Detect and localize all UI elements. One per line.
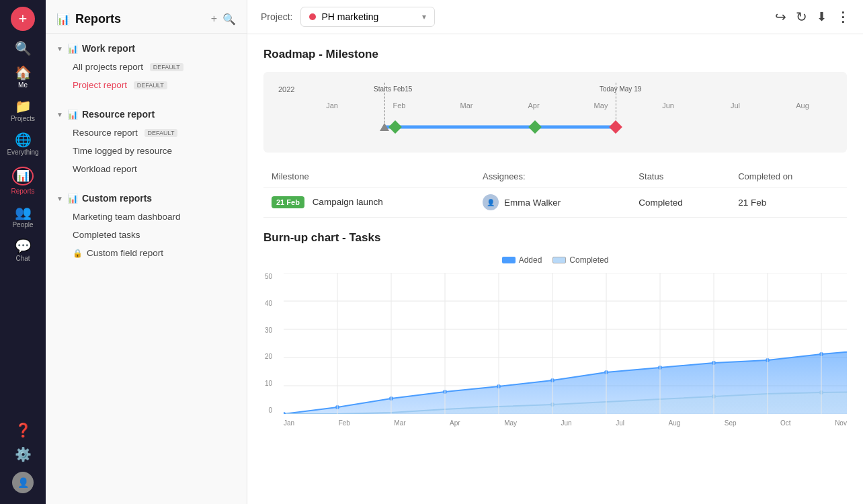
month-feb: Feb	[366, 101, 433, 110]
work-report-section: ▼ 📊 Work report All projects report DEFA…	[46, 34, 247, 99]
share-button[interactable]: ↪	[775, 9, 786, 25]
sidebar-actions: + 🔍	[211, 13, 236, 26]
milestone-table: Milestone Assignees: Status Completed on…	[263, 166, 847, 218]
burnup-chart-svg	[284, 273, 847, 414]
month-labels: Jan Feb Mar Apr May Jun Jul Aug	[298, 101, 836, 110]
roadmap-container: 2022 Starts Feb15 Today May 19 Jan Feb M…	[263, 72, 847, 153]
custom-reports-label: Custom reports	[82, 193, 152, 204]
project-report-item[interactable]: Project report DEFAULT	[46, 76, 247, 94]
x-may: May	[504, 419, 517, 427]
search-reports-button[interactable]: 🔍	[222, 13, 236, 26]
month-jan: Jan	[298, 101, 366, 110]
more-options-button[interactable]: ⋮	[836, 9, 850, 25]
milestone-diamond-1	[388, 120, 402, 134]
x-sep: Sep	[725, 419, 737, 427]
x-apr: Apr	[450, 419, 460, 427]
y-label-0: 0	[265, 407, 272, 414]
x-jan: Jan	[284, 419, 294, 427]
resource-report-section: ▼ 📊 Resource report Resource report DEFA…	[46, 99, 247, 183]
workload-report-item[interactable]: Workload report	[46, 160, 247, 178]
sidebar-item-projects[interactable]: 📁 Projects	[4, 95, 42, 126]
custom-field-report-item[interactable]: 🔒 Custom field report	[46, 244, 247, 262]
project-name: PH marketing	[321, 11, 417, 22]
month-apr: Apr	[500, 101, 567, 110]
search-button[interactable]: 🔍	[4, 38, 42, 59]
user-avatar[interactable]: 👤	[4, 468, 42, 497]
x-oct: Oct	[780, 419, 791, 427]
content-area: Roadmap - Milestone 2022 Starts Feb15 To…	[247, 34, 863, 504]
sidebar-reports-icon: 📊	[56, 13, 70, 26]
sidebar-item-reports[interactable]: 📊 Reports	[4, 163, 42, 199]
x-jun: Jun	[561, 419, 572, 427]
legend-completed-label: Completed	[569, 255, 608, 265]
help-icon: ❓	[15, 423, 32, 437]
y-axis: 50 40 30 20 10 0	[265, 273, 272, 414]
resource-report-item[interactable]: Resource report DEFAULT	[46, 124, 247, 142]
col-completed-on: Completed on	[730, 166, 847, 187]
completed-on-cell: 21 Feb	[730, 187, 847, 218]
col-milestone: Milestone	[263, 166, 475, 187]
lock-icon: 🔒	[73, 249, 83, 258]
settings-button[interactable]: ⚙️	[4, 444, 42, 465]
legend-added-box	[502, 257, 516, 263]
sidebar-item-everything[interactable]: 🌐 Everything	[4, 129, 42, 160]
add-button[interactable]: +	[11, 7, 35, 31]
y-label-20: 20	[265, 353, 272, 360]
gear-icon: ⚙️	[15, 448, 32, 461]
assignee-cell: 👤 Emma Walker	[475, 187, 630, 218]
reports-icon: 📊	[16, 170, 30, 181]
project-label: Project:	[261, 11, 292, 22]
chart-wrapper: 50 40 30 20 10 0	[284, 273, 847, 417]
icon-bar: + 🔍 🏠 Me 📁 Projects 🌐 Everything 📊 Repor…	[0, 0, 46, 504]
search-icon: 🔍	[15, 42, 32, 55]
burnup-section-title: Burn-up chart - Tasks	[263, 231, 847, 245]
download-button[interactable]: ⬇	[817, 9, 827, 24]
folder-icon: 📁	[15, 99, 32, 113]
marketing-team-item[interactable]: Marketing team dashboard	[46, 208, 247, 226]
month-aug: Aug	[769, 101, 836, 110]
work-report-header[interactable]: ▼ 📊 Work report	[46, 39, 247, 58]
refresh-button[interactable]: ↻	[796, 9, 807, 25]
x-nov: Nov	[835, 419, 847, 427]
resource-report-header[interactable]: ▼ 📊 Resource report	[46, 105, 247, 124]
sidebar-title: Reports	[75, 12, 206, 26]
resource-report-label: Resource report	[82, 109, 155, 120]
project-status-dot	[309, 13, 316, 20]
sidebar-item-chat[interactable]: 💬 Chat	[4, 235, 42, 266]
default-badge: DEFAULT	[150, 63, 183, 71]
dot	[284, 412, 286, 414]
y-label-30: 30	[265, 327, 272, 334]
x-mar: Mar	[394, 419, 405, 427]
work-report-label: Work report	[82, 43, 135, 54]
topbar-actions: ↪ ↻ ⬇ ⋮	[775, 9, 850, 25]
milestone-cell: 21 Feb Campaign launch	[263, 187, 475, 218]
default-badge-2: DEFAULT	[134, 81, 167, 89]
completed-tasks-item[interactable]: Completed tasks	[46, 226, 247, 244]
month-jun: Jun	[634, 101, 702, 110]
x-jul: Jul	[616, 419, 624, 427]
legend-completed-box	[552, 257, 566, 263]
roadmap-bar	[384, 126, 616, 129]
assignee-name: Emma Walker	[504, 198, 561, 208]
milestone-date-badge: 21 Feb	[272, 196, 304, 208]
sidebar-item-people[interactable]: 👥 People	[4, 202, 42, 233]
chevron-down-icon: ▼	[56, 45, 63, 52]
milestone-diamond-2	[528, 120, 542, 134]
custom-reports-header[interactable]: ▼ 📊 Custom reports	[46, 189, 247, 208]
roadmap-track	[298, 112, 836, 142]
globe-icon: 🌐	[15, 133, 32, 146]
topbar: Project: PH marketing ▾ ↪ ↻ ⬇ ⋮	[247, 0, 863, 34]
project-selector[interactable]: PH marketing ▾	[300, 7, 435, 27]
add-report-button[interactable]: +	[211, 13, 217, 26]
help-button[interactable]: ❓	[4, 419, 42, 441]
bar-chart-icon-2: 📊	[67, 110, 78, 120]
all-projects-report-item[interactable]: All projects report DEFAULT	[46, 58, 247, 76]
y-label-40: 40	[265, 300, 272, 307]
time-logged-item[interactable]: Time logged by resource	[46, 142, 247, 160]
roadmap-section-title: Roadmap - Milestone	[263, 48, 847, 61]
table-row: 21 Feb Campaign launch 👤 Emma Walker Com…	[263, 187, 847, 218]
sidebar: 📊 Reports + 🔍 ▼ 📊 Work report All projec…	[46, 0, 247, 504]
bar-chart-icon-3: 📊	[67, 194, 78, 204]
chevron-down-icon-3: ▼	[56, 195, 63, 202]
sidebar-item-me[interactable]: 🏠 Me	[4, 62, 42, 93]
